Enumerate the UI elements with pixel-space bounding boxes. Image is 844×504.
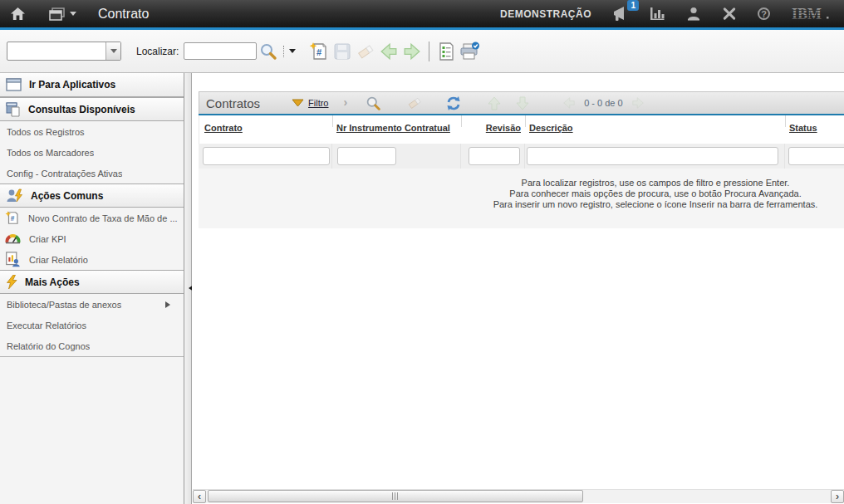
common-actions-icon [6,188,24,203]
sidebar-section-mais-acoes: Mais Ações [0,270,184,294]
search-options-caret[interactable] [286,40,299,63]
horizontal-scrollbar[interactable]: ‹ › [193,489,844,503]
save-icon[interactable] [331,40,354,63]
pagination-label: 0 - 0 de 0 [584,98,622,108]
filter-toggle[interactable]: Filtro [292,98,328,108]
table-clear-icon[interactable] [406,95,423,110]
toolbar-divider [429,42,429,61]
sidebar-item-biblioteca-pastas-anexos[interactable]: Biblioteca/Pastas de anexos [0,294,184,315]
scrollbar-thumb[interactable] [208,490,583,502]
help-line-1: Para localizar registros, use os campos … [199,178,844,188]
filter-triangle-icon [292,99,304,107]
sidebar-item-criar-kpi[interactable]: Criar KPI [0,228,184,249]
close-icon[interactable] [722,7,737,21]
scroll-left-icon[interactable]: ‹ [193,490,206,503]
environment-label: DEMONSTRAÇÃO [500,8,591,20]
search-split-divider [283,46,284,57]
sidebar-section-title: Mais Ações [25,276,80,288]
column-header-nr-instrumento[interactable]: Nr Instrumento Contratual [336,123,450,133]
new-record-icon: # [5,210,20,226]
sidebar-item-criar-relatorio[interactable]: Criar Relatório [0,249,184,270]
home-icon[interactable] [10,7,26,21]
ibm-logo: IBM [791,6,831,22]
previous-record-icon[interactable] [377,40,400,63]
query-select[interactable] [7,42,121,61]
move-down-icon[interactable] [516,96,529,110]
announcements-icon[interactable]: 1 [612,7,629,22]
sidebar-section-consultas-disponiveis: Consultas Disponíveis [0,97,184,121]
prev-page-icon[interactable] [562,97,576,109]
table-title: Contratos [206,96,260,110]
print-icon[interactable] [458,40,481,63]
sidebar-section-ir-para-aplicativos[interactable]: Ir Para Aplicativos [0,73,184,97]
filter-input-nr-instrumento[interactable] [337,147,396,165]
query-select-button[interactable] [106,42,120,60]
help-line-2: Para conhecer mais opções de procura, us… [199,188,844,199]
table-filter-row [199,144,844,169]
sidebar-section-title: Consultas Disponíveis [28,104,135,115]
table-toolbar: Contratos Filtro › [199,91,844,114]
queries-icon [6,102,22,117]
sidebar-section-title: Ações Comuns [31,190,103,202]
help-icon[interactable]: ? [758,7,770,20]
next-page-icon[interactable] [631,97,645,109]
reports-chart-icon[interactable] [650,7,665,21]
table-help-panel: Para localizar registros, use os campos … [199,169,844,228]
sidebar-item-novo-contrato[interactable]: # Novo Contrato de Taxa de Mão de ... [0,208,184,228]
contratos-panel: Contratos Filtro › [199,91,844,228]
notification-badge: 1 [627,0,639,11]
sidebar-section-acoes-comuns: Ações Comuns [0,183,184,208]
filter-input-descricao[interactable] [527,147,778,165]
profile-icon[interactable] [686,7,701,21]
submenu-arrow-icon [165,301,174,308]
clear-changes-icon[interactable] [354,40,377,63]
sidebar-item-todos-os-registros[interactable]: Todos os Registros [0,121,184,142]
sidebar-collapse-gutter[interactable] [184,73,192,504]
column-header-revisao[interactable]: Revisão [464,123,521,133]
sidebar-item-relatorio-do-cognos[interactable]: Relatório do Cognos [0,335,184,356]
create-report-icon [5,252,21,267]
app-window-icon [6,78,22,92]
help-line-3: Para inserir um novo registro, selecione… [199,199,844,210]
sidebar-item-executar-relatorios[interactable]: Executar Relatórios [0,315,184,335]
filter-input-contrato[interactable] [203,147,330,165]
localizar-label: Localizar: [136,46,179,57]
localizar-input[interactable] [184,42,257,60]
svg-text:#: # [316,47,321,57]
move-up-icon[interactable] [488,96,501,110]
column-header-contrato[interactable]: Contrato [204,123,243,133]
sidebar-section-title: Ir Para Aplicativos [29,79,115,91]
column-header-status[interactable]: Status [789,123,817,133]
table-header-row: Contrato Nr Instrumento Contratual Revis… [199,115,844,144]
filter-input-revisao[interactable] [469,147,520,165]
next-record-icon[interactable] [400,40,424,63]
app-title: Contrato [98,7,149,22]
scroll-right-icon[interactable]: › [831,490,844,503]
lightning-icon [6,275,18,290]
sidebar-item-todos-os-marcadores[interactable]: Todos os Marcadores [0,142,184,163]
kpi-gauge-icon [5,233,21,244]
chevron-down-icon [70,12,76,19]
table-search-icon[interactable] [366,95,381,111]
svg-text:#: # [11,215,15,223]
refresh-icon[interactable] [446,96,461,110]
sidebar-divider [0,356,184,357]
expand-chevron-icon[interactable]: › [344,95,348,109]
sidebar: Ir Para Aplicativos Consultas Disponívei… [0,73,184,504]
main-toolbar: Localizar: # [0,30,844,73]
column-header-descricao[interactable]: Descrição [529,123,573,133]
svg-text:IBM: IBM [792,6,822,22]
top-bar: Contrato DEMONSTRAÇÃO 1 [0,0,844,27]
search-icon[interactable] [257,40,280,63]
applications-menu-icon[interactable] [49,7,76,21]
scrollbar-track[interactable] [206,490,831,503]
main-content: Contratos Filtro › [192,73,844,504]
sidebar-item-config-contratacoes-ativas[interactable]: Config - Contratações Ativas [0,163,184,183]
filter-input-status[interactable] [788,147,844,165]
new-record-icon[interactable]: # [307,40,331,63]
reports-icon[interactable] [434,40,458,63]
